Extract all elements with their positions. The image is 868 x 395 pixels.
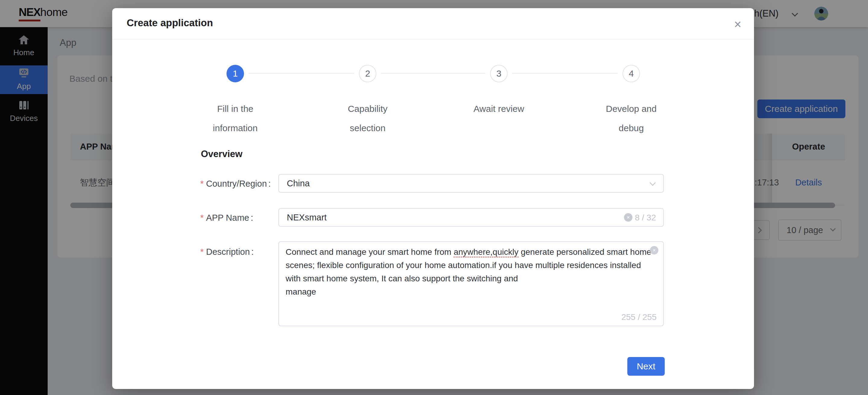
step-3-title: Await review [451,99,547,119]
step-2-title: Capability selection [319,99,416,138]
clear-textarea-icon[interactable]: × [650,246,658,255]
label-colon: : [251,247,254,257]
field-label-text: Country/Region [206,179,267,189]
step-title-line: information [187,119,283,138]
step-4-circle: 4 [622,65,640,82]
description-textarea[interactable]: Connect and manage your smart home from … [278,241,664,326]
next-button[interactable]: Next [627,357,665,376]
step-2-circle: 2 [359,65,376,82]
label-colon: : [251,213,253,223]
required-asterisk: * [200,213,204,223]
close-icon: × [734,17,742,32]
country-region-label: *Country/Region: [200,179,271,189]
modal-title: Create application [127,17,213,29]
field-label-text: Description [206,247,250,257]
country-region-value: China [287,174,310,192]
country-region-select[interactable]: China [278,174,664,193]
modal-header: Create application × [112,8,754,39]
create-application-modal: Create application × 1 2 3 4 Fill in the… [112,8,754,389]
char-counter: 8 / 32 [635,213,656,223]
description-label: *Description: [200,247,254,257]
char-counter: 255 / 255 [621,312,657,322]
required-asterisk: * [200,247,204,257]
overview-section-title: Overview [201,149,243,160]
description-text-part1: Connect and manage your smart home from [286,247,454,257]
required-asterisk: * [200,179,204,189]
step-1-circle: 1 [226,65,244,82]
step-title-line: Develop and [583,99,680,119]
app-name-value: NEXsmart [287,209,327,226]
step-title-line: selection [319,119,416,138]
description-text: Connect and manage your smart home from … [286,245,657,298]
step-3-circle: 3 [490,65,507,82]
clear-input-icon[interactable]: × [624,213,632,222]
step-title-line: Fill in the [187,99,283,119]
step-connector [249,73,354,73]
spellcheck-underlined-text: anywhere,quickly [454,247,519,258]
step-connector [512,73,618,73]
application-window: NEXhome ish(EN) Home [0,0,868,395]
chevron-down-icon [650,180,656,186]
close-button[interactable]: × [728,15,747,34]
label-colon: : [269,179,271,189]
field-label-text: APP Name [206,213,249,223]
app-name-input[interactable]: NEXsmart × 8 / 32 [278,208,664,227]
step-1-title: Fill in the information [187,99,283,138]
step-title-line: Capability [319,99,416,119]
step-title-line: Await review [451,99,547,119]
step-4-title: Develop and debug [583,99,680,138]
step-title-line: debug [583,119,680,138]
step-connector [381,73,485,73]
app-name-label: *APP Name: [200,213,253,223]
